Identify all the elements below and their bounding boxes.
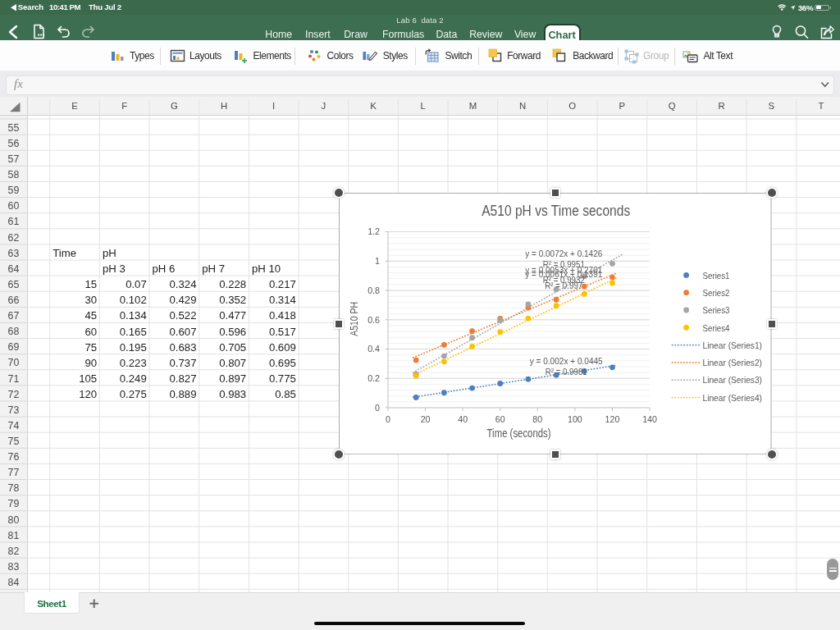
svg-text:pH 3: pH 3 — [103, 262, 126, 275]
svg-text:y = 0.002x + 0.0445: y = 0.002x + 0.0445 — [530, 356, 603, 366]
svg-text:1: 1 — [375, 256, 380, 266]
svg-text:20: 20 — [421, 414, 431, 424]
svg-text:81: 81 — [8, 530, 20, 541]
svg-text:y = 0.0072x + 0.1426: y = 0.0072x + 0.1426 — [525, 249, 602, 258]
svg-text:82: 82 — [8, 546, 20, 557]
svg-text:59: 59 — [8, 185, 20, 196]
svg-text:Linear (Series2): Linear (Series2) — [703, 358, 763, 368]
svg-text:O: O — [568, 101, 576, 111]
svg-text:73: 73 — [8, 404, 20, 416]
svg-text:90: 90 — [85, 357, 98, 369]
svg-text:60: 60 — [495, 414, 505, 424]
svg-text:0.102: 0.102 — [120, 294, 147, 306]
svg-text:L: L — [421, 101, 426, 111]
svg-text:55: 55 — [8, 122, 20, 134]
svg-text:Q: Q — [669, 101, 676, 111]
svg-text:0.217: 0.217 — [269, 278, 296, 290]
svg-text:65: 65 — [8, 279, 20, 290]
svg-text:Series1: Series1 — [703, 271, 730, 281]
svg-text:70: 70 — [8, 357, 20, 368]
svg-text:0.134: 0.134 — [120, 309, 147, 322]
svg-text:F: F — [121, 101, 127, 111]
svg-text:0.165: 0.165 — [120, 326, 147, 338]
svg-text:0.775: 0.775 — [269, 372, 296, 385]
svg-text:0.324: 0.324 — [169, 278, 196, 290]
svg-text:66: 66 — [8, 294, 20, 306]
svg-text:83: 83 — [8, 561, 20, 573]
svg-text:1.2: 1.2 — [368, 226, 380, 236]
svg-text:0.195: 0.195 — [120, 341, 147, 354]
svg-text:60: 60 — [85, 326, 98, 338]
svg-text:0.8: 0.8 — [368, 285, 380, 295]
svg-text:pH 6: pH 6 — [153, 262, 176, 275]
svg-text:0.418: 0.418 — [269, 309, 296, 322]
svg-text:N: N — [519, 101, 526, 111]
svg-text:I: I — [272, 101, 275, 111]
svg-text:61: 61 — [8, 216, 20, 227]
svg-text:74: 74 — [8, 420, 20, 431]
svg-text:78: 78 — [8, 482, 20, 494]
svg-text:R: R — [719, 101, 725, 111]
svg-text:M: M — [469, 101, 477, 111]
svg-text:0.249: 0.249 — [120, 372, 147, 385]
svg-text:0.827: 0.827 — [169, 372, 196, 385]
svg-text:0.705: 0.705 — [219, 341, 246, 354]
svg-text:0.983: 0.983 — [219, 388, 246, 400]
svg-text:G: G — [171, 101, 178, 111]
svg-text:0.517: 0.517 — [269, 326, 296, 338]
svg-text:Series2: Series2 — [703, 288, 730, 298]
svg-text:pH 10: pH 10 — [252, 262, 281, 275]
svg-text:Linear (Series3): Linear (Series3) — [703, 375, 763, 385]
svg-text:40: 40 — [458, 414, 468, 424]
svg-text:79: 79 — [8, 498, 20, 509]
svg-text:75: 75 — [8, 436, 20, 447]
svg-text:0.2: 0.2 — [368, 373, 380, 383]
svg-text:105: 105 — [79, 372, 97, 385]
svg-text:0.807: 0.807 — [219, 357, 246, 369]
svg-text:0.85: 0.85 — [275, 388, 296, 400]
svg-text:K: K — [370, 101, 377, 111]
svg-text:Linear (Series4): Linear (Series4) — [703, 393, 763, 403]
svg-text:S: S — [769, 101, 775, 111]
svg-text:pH 7: pH 7 — [202, 262, 225, 275]
svg-text:J: J — [322, 101, 326, 111]
svg-text:0.889: 0.889 — [169, 388, 196, 400]
svg-text:Series3: Series3 — [703, 305, 730, 315]
svg-text:84: 84 — [8, 577, 20, 588]
svg-text:0.275: 0.275 — [120, 388, 147, 400]
svg-text:80: 80 — [532, 414, 542, 424]
svg-text:77: 77 — [8, 467, 20, 478]
svg-text:0.737: 0.737 — [169, 357, 196, 369]
svg-text:69: 69 — [8, 341, 20, 353]
svg-text:Time (seconds): Time (seconds) — [487, 427, 551, 440]
svg-text:0.228: 0.228 — [219, 278, 246, 290]
svg-text:0: 0 — [386, 414, 390, 424]
svg-text:56: 56 — [8, 138, 20, 149]
svg-text:80: 80 — [8, 514, 20, 526]
svg-text:0.607: 0.607 — [169, 326, 196, 338]
svg-text:30: 30 — [85, 294, 98, 306]
svg-text:A510 pH vs Time seconds: A510 pH vs Time seconds — [482, 202, 630, 219]
svg-text:72: 72 — [8, 389, 20, 400]
svg-text:67: 67 — [8, 310, 20, 322]
svg-text:76: 76 — [8, 451, 20, 463]
svg-text:Time: Time — [52, 247, 76, 259]
svg-text:0.522: 0.522 — [169, 309, 196, 322]
svg-text:Series4: Series4 — [703, 323, 731, 333]
svg-text:0.695: 0.695 — [269, 357, 296, 369]
svg-text:75: 75 — [85, 341, 98, 354]
svg-text:63: 63 — [8, 248, 20, 259]
svg-text:H: H — [221, 101, 227, 111]
svg-text:T: T — [819, 101, 824, 111]
svg-text:0.897: 0.897 — [219, 372, 246, 385]
svg-text:0.314: 0.314 — [269, 294, 296, 306]
svg-text:0.683: 0.683 — [169, 341, 196, 354]
svg-text:71: 71 — [8, 373, 20, 385]
svg-text:64: 64 — [8, 263, 20, 275]
svg-text:140: 140 — [642, 414, 657, 424]
svg-text:57: 57 — [8, 153, 20, 165]
svg-text:58: 58 — [8, 169, 20, 180]
svg-text:R² = 0.997: R² = 0.997 — [545, 281, 582, 290]
svg-text:62: 62 — [8, 232, 20, 244]
svg-text:0.223: 0.223 — [120, 357, 147, 369]
